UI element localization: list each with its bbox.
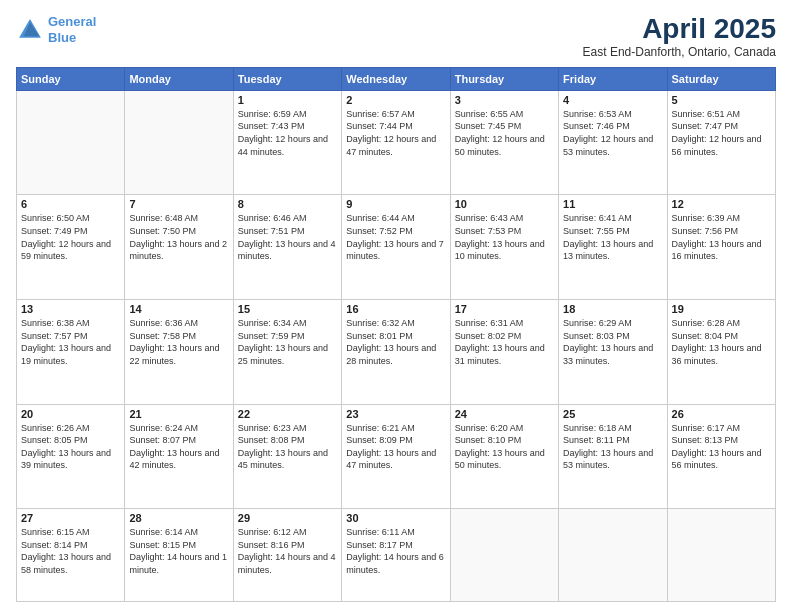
day-info: Sunrise: 6:50 AM Sunset: 7:49 PM Dayligh… — [21, 212, 120, 262]
calendar-day-cell: 14Sunrise: 6:36 AM Sunset: 7:58 PM Dayli… — [125, 300, 233, 405]
page: General Blue April 2025 East End-Danfort… — [0, 0, 792, 612]
day-info: Sunrise: 6:31 AM Sunset: 8:02 PM Dayligh… — [455, 317, 554, 367]
calendar-day-cell: 29Sunrise: 6:12 AM Sunset: 8:16 PM Dayli… — [233, 509, 341, 602]
day-number: 6 — [21, 198, 120, 210]
calendar-day-cell: 22Sunrise: 6:23 AM Sunset: 8:08 PM Dayli… — [233, 404, 341, 509]
calendar-day-cell — [450, 509, 558, 602]
calendar-day-header: Monday — [125, 67, 233, 90]
calendar-day-cell: 10Sunrise: 6:43 AM Sunset: 7:53 PM Dayli… — [450, 195, 558, 300]
day-number: 14 — [129, 303, 228, 315]
calendar-day-cell: 26Sunrise: 6:17 AM Sunset: 8:13 PM Dayli… — [667, 404, 775, 509]
calendar-day-cell: 17Sunrise: 6:31 AM Sunset: 8:02 PM Dayli… — [450, 300, 558, 405]
day-number: 12 — [672, 198, 771, 210]
day-info: Sunrise: 6:57 AM Sunset: 7:44 PM Dayligh… — [346, 108, 445, 158]
day-number: 7 — [129, 198, 228, 210]
calendar-week-row: 20Sunrise: 6:26 AM Sunset: 8:05 PM Dayli… — [17, 404, 776, 509]
title-block: April 2025 East End-Danforth, Ontario, C… — [583, 14, 776, 59]
logo: General Blue — [16, 14, 96, 45]
day-number: 23 — [346, 408, 445, 420]
calendar-day-cell: 2Sunrise: 6:57 AM Sunset: 7:44 PM Daylig… — [342, 90, 450, 195]
day-info: Sunrise: 6:20 AM Sunset: 8:10 PM Dayligh… — [455, 422, 554, 472]
day-info: Sunrise: 6:23 AM Sunset: 8:08 PM Dayligh… — [238, 422, 337, 472]
day-number: 26 — [672, 408, 771, 420]
calendar-day-cell: 7Sunrise: 6:48 AM Sunset: 7:50 PM Daylig… — [125, 195, 233, 300]
day-number: 25 — [563, 408, 662, 420]
day-number: 2 — [346, 94, 445, 106]
calendar-day-header: Saturday — [667, 67, 775, 90]
day-info: Sunrise: 6:17 AM Sunset: 8:13 PM Dayligh… — [672, 422, 771, 472]
calendar-header-row: SundayMondayTuesdayWednesdayThursdayFrid… — [17, 67, 776, 90]
month-title: April 2025 — [583, 14, 776, 45]
calendar-day-cell: 21Sunrise: 6:24 AM Sunset: 8:07 PM Dayli… — [125, 404, 233, 509]
calendar-day-cell: 24Sunrise: 6:20 AM Sunset: 8:10 PM Dayli… — [450, 404, 558, 509]
calendar-day-cell: 1Sunrise: 6:59 AM Sunset: 7:43 PM Daylig… — [233, 90, 341, 195]
calendar-day-header: Wednesday — [342, 67, 450, 90]
calendar-day-cell — [559, 509, 667, 602]
day-number: 27 — [21, 512, 120, 524]
calendar-day-cell: 13Sunrise: 6:38 AM Sunset: 7:57 PM Dayli… — [17, 300, 125, 405]
calendar-day-header: Tuesday — [233, 67, 341, 90]
day-number: 22 — [238, 408, 337, 420]
day-info: Sunrise: 6:15 AM Sunset: 8:14 PM Dayligh… — [21, 526, 120, 576]
calendar-day-cell: 18Sunrise: 6:29 AM Sunset: 8:03 PM Dayli… — [559, 300, 667, 405]
calendar-day-cell: 30Sunrise: 6:11 AM Sunset: 8:17 PM Dayli… — [342, 509, 450, 602]
calendar-day-cell: 16Sunrise: 6:32 AM Sunset: 8:01 PM Dayli… — [342, 300, 450, 405]
calendar-day-cell: 11Sunrise: 6:41 AM Sunset: 7:55 PM Dayli… — [559, 195, 667, 300]
day-info: Sunrise: 6:11 AM Sunset: 8:17 PM Dayligh… — [346, 526, 445, 576]
calendar-day-cell: 27Sunrise: 6:15 AM Sunset: 8:14 PM Dayli… — [17, 509, 125, 602]
calendar-week-row: 6Sunrise: 6:50 AM Sunset: 7:49 PM Daylig… — [17, 195, 776, 300]
day-info: Sunrise: 6:34 AM Sunset: 7:59 PM Dayligh… — [238, 317, 337, 367]
day-info: Sunrise: 6:44 AM Sunset: 7:52 PM Dayligh… — [346, 212, 445, 262]
day-number: 10 — [455, 198, 554, 210]
day-number: 8 — [238, 198, 337, 210]
calendar-day-cell: 5Sunrise: 6:51 AM Sunset: 7:47 PM Daylig… — [667, 90, 775, 195]
logo-line2: Blue — [48, 30, 76, 45]
day-number: 24 — [455, 408, 554, 420]
day-info: Sunrise: 6:18 AM Sunset: 8:11 PM Dayligh… — [563, 422, 662, 472]
calendar-day-cell — [125, 90, 233, 195]
calendar-day-cell: 12Sunrise: 6:39 AM Sunset: 7:56 PM Dayli… — [667, 195, 775, 300]
day-number: 18 — [563, 303, 662, 315]
day-info: Sunrise: 6:41 AM Sunset: 7:55 PM Dayligh… — [563, 212, 662, 262]
day-number: 20 — [21, 408, 120, 420]
day-number: 3 — [455, 94, 554, 106]
day-number: 9 — [346, 198, 445, 210]
day-info: Sunrise: 6:38 AM Sunset: 7:57 PM Dayligh… — [21, 317, 120, 367]
day-number: 1 — [238, 94, 337, 106]
calendar-day-cell: 3Sunrise: 6:55 AM Sunset: 7:45 PM Daylig… — [450, 90, 558, 195]
day-info: Sunrise: 6:21 AM Sunset: 8:09 PM Dayligh… — [346, 422, 445, 472]
day-number: 16 — [346, 303, 445, 315]
day-number: 30 — [346, 512, 445, 524]
calendar-day-cell: 25Sunrise: 6:18 AM Sunset: 8:11 PM Dayli… — [559, 404, 667, 509]
day-number: 21 — [129, 408, 228, 420]
calendar-day-cell: 15Sunrise: 6:34 AM Sunset: 7:59 PM Dayli… — [233, 300, 341, 405]
day-info: Sunrise: 6:55 AM Sunset: 7:45 PM Dayligh… — [455, 108, 554, 158]
day-info: Sunrise: 6:28 AM Sunset: 8:04 PM Dayligh… — [672, 317, 771, 367]
calendar-day-cell: 20Sunrise: 6:26 AM Sunset: 8:05 PM Dayli… — [17, 404, 125, 509]
calendar-day-cell: 8Sunrise: 6:46 AM Sunset: 7:51 PM Daylig… — [233, 195, 341, 300]
calendar-day-header: Friday — [559, 67, 667, 90]
header: General Blue April 2025 East End-Danfort… — [16, 14, 776, 59]
day-number: 29 — [238, 512, 337, 524]
calendar-day-cell: 19Sunrise: 6:28 AM Sunset: 8:04 PM Dayli… — [667, 300, 775, 405]
day-info: Sunrise: 6:53 AM Sunset: 7:46 PM Dayligh… — [563, 108, 662, 158]
calendar-day-cell: 28Sunrise: 6:14 AM Sunset: 8:15 PM Dayli… — [125, 509, 233, 602]
day-info: Sunrise: 6:59 AM Sunset: 7:43 PM Dayligh… — [238, 108, 337, 158]
calendar-week-row: 1Sunrise: 6:59 AM Sunset: 7:43 PM Daylig… — [17, 90, 776, 195]
day-info: Sunrise: 6:46 AM Sunset: 7:51 PM Dayligh… — [238, 212, 337, 262]
day-info: Sunrise: 6:29 AM Sunset: 8:03 PM Dayligh… — [563, 317, 662, 367]
calendar-day-cell: 23Sunrise: 6:21 AM Sunset: 8:09 PM Dayli… — [342, 404, 450, 509]
day-info: Sunrise: 6:14 AM Sunset: 8:15 PM Dayligh… — [129, 526, 228, 576]
day-info: Sunrise: 6:48 AM Sunset: 7:50 PM Dayligh… — [129, 212, 228, 262]
logo-text: General Blue — [48, 14, 96, 45]
location: East End-Danforth, Ontario, Canada — [583, 45, 776, 59]
calendar-day-cell: 9Sunrise: 6:44 AM Sunset: 7:52 PM Daylig… — [342, 195, 450, 300]
day-number: 4 — [563, 94, 662, 106]
day-number: 13 — [21, 303, 120, 315]
calendar-week-row: 27Sunrise: 6:15 AM Sunset: 8:14 PM Dayli… — [17, 509, 776, 602]
logo-icon — [16, 16, 44, 44]
calendar-day-cell — [17, 90, 125, 195]
calendar-day-cell: 4Sunrise: 6:53 AM Sunset: 7:46 PM Daylig… — [559, 90, 667, 195]
day-info: Sunrise: 6:43 AM Sunset: 7:53 PM Dayligh… — [455, 212, 554, 262]
day-number: 19 — [672, 303, 771, 315]
